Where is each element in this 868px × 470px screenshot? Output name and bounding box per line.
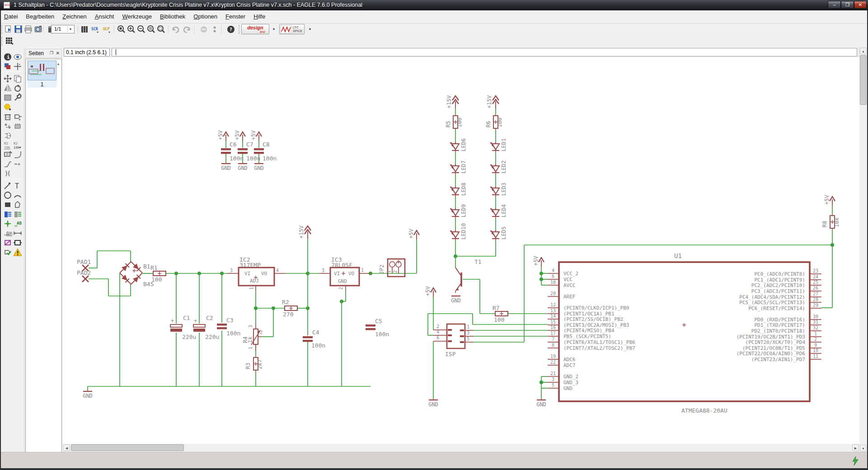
capacitor-C2[interactable] — [193, 324, 205, 327]
tool-erccheck-icon[interactable] — [3, 248, 12, 257]
capacitor-C7[interactable] — [238, 148, 248, 150]
junction-dot[interactable] — [272, 306, 275, 310]
minimize-button[interactable]: – — [828, 1, 841, 9]
led-LED3[interactable] — [492, 188, 499, 194]
close-panel-icon[interactable]: ✕ — [56, 51, 60, 56]
tool-change-icon[interactable] — [13, 93, 22, 102]
float-panel-icon[interactable]: ❐ — [50, 51, 53, 55]
junction-dot[interactable] — [254, 306, 258, 310]
undo-icon[interactable] — [171, 24, 181, 34]
led-LED1[interactable] — [492, 144, 499, 150]
horizontal-scrollbar[interactable]: ◀▶ — [63, 444, 859, 452]
scroll-right-button[interactable]: ▶ — [852, 444, 859, 451]
led-LED8[interactable] — [452, 188, 459, 194]
menu-werkzeuge[interactable]: Werkzeuge — [118, 10, 156, 23]
zoom-redraw-icon[interactable] — [146, 24, 156, 34]
led-LED4[interactable] — [492, 210, 499, 216]
vscroll-thumb[interactable] — [860, 55, 867, 105]
maximize-button[interactable]: ❐ — [841, 1, 854, 9]
tool-mark-icon[interactable]: + — [13, 62, 22, 71]
tool-delete-icon[interactable] — [3, 112, 12, 121]
layers-icon[interactable] — [80, 24, 89, 34]
junction-dot[interactable] — [306, 306, 310, 310]
tool-smash-icon[interactable] — [3, 150, 12, 159]
scroll-down-button[interactable]: ▼ — [860, 445, 867, 451]
tool-display-icon[interactable] — [3, 62, 12, 71]
led-LED6[interactable] — [452, 144, 459, 150]
menu-bearbeiten[interactable]: Bearbeiten — [22, 10, 58, 23]
zoom-in-icon[interactable] — [127, 24, 136, 34]
tool-split-icon[interactable] — [3, 160, 12, 169]
save-icon[interactable] — [14, 24, 23, 34]
traffic-icon[interactable] — [210, 24, 220, 34]
tool-junction-icon[interactable] — [3, 219, 12, 228]
tool-bus-icon[interactable] — [3, 210, 12, 219]
tool-label-icon[interactable]: AB — [13, 219, 22, 228]
tool-text-icon[interactable]: T — [13, 181, 22, 190]
pages-panel-header[interactable]: Seiten ❐ ✕ — [25, 49, 62, 58]
print-icon[interactable] — [23, 24, 33, 34]
scroll-left-button[interactable]: ◀ — [63, 444, 70, 451]
tool-rect-icon[interactable] — [3, 200, 12, 209]
tool-rotate-icon[interactable] — [13, 84, 22, 93]
vertical-scrollbar[interactable]: ▲▼ — [859, 47, 867, 452]
tool-net-icon[interactable] — [13, 210, 22, 219]
zoom-out-icon[interactable] — [136, 24, 146, 34]
page-thumbnail[interactable] — [28, 61, 56, 80]
stop-icon[interactable] — [199, 24, 209, 34]
transistor-collector[interactable] — [455, 268, 461, 276]
led-LED2[interactable] — [492, 166, 499, 172]
tool-move-icon[interactable] — [3, 74, 12, 83]
menu-ansicht[interactable]: Ansicht — [91, 10, 118, 23]
junction-dot[interactable] — [174, 272, 178, 275]
tool-add-icon[interactable]: + — [13, 112, 22, 121]
hscroll-thumb[interactable] — [71, 444, 184, 451]
tool-erc1-icon[interactable] — [3, 238, 12, 247]
tool-miter-icon[interactable] — [13, 150, 22, 159]
capacitor-C4[interactable] — [303, 336, 313, 338]
help-icon[interactable]: ? — [226, 24, 236, 34]
tool-group-icon[interactable] — [3, 93, 12, 102]
tool-attribute-icon[interactable]: AT — [3, 229, 12, 238]
menu-fenster[interactable]: Fenster — [221, 10, 249, 23]
tool-cut-icon[interactable] — [3, 103, 12, 112]
menu-datei[interactable]: Datei — [0, 10, 22, 23]
tool-copy-icon[interactable] — [13, 74, 22, 83]
close-button[interactable]: ✕ — [854, 1, 867, 9]
menu-bibliothek[interactable]: Bibliothek — [156, 10, 189, 23]
zoom-fit-icon[interactable] — [117, 24, 127, 34]
sheet-selector[interactable]: 1/1▼ — [51, 25, 75, 33]
zoom-select-icon[interactable] — [156, 24, 166, 34]
tool-warning-icon[interactable] — [13, 248, 22, 257]
junction-dot[interactable] — [540, 272, 543, 275]
design-link-button[interactable]: designlink — [241, 24, 269, 34]
junction-dot[interactable] — [197, 272, 201, 275]
tool-invoke-icon[interactable]: + — [13, 160, 22, 169]
tool-joint-icon[interactable] — [3, 169, 12, 178]
capacitor-C6[interactable] — [221, 148, 231, 150]
tool-arc-icon[interactable] — [13, 191, 22, 200]
tool-pinswap-icon[interactable] — [3, 122, 12, 131]
capacitor-C1[interactable] — [170, 324, 182, 327]
junction-dot[interactable] — [540, 381, 543, 384]
junction-dot[interactable] — [540, 277, 543, 281]
tool-gateswap-icon[interactable] — [3, 131, 12, 140]
potentiometer-R4[interactable] — [253, 329, 258, 344]
junction-dot[interactable] — [340, 300, 343, 303]
tool-replace-icon[interactable] — [13, 122, 22, 131]
script-icon[interactable]: SCR — [90, 24, 100, 34]
tool-value-icon[interactable]: R210k — [13, 141, 22, 150]
command-input[interactable] — [112, 48, 857, 56]
jumper-JP2[interactable] — [388, 259, 405, 277]
design-link-dropdown[interactable]: ▼ — [270, 25, 277, 33]
tool-wire-icon[interactable] — [3, 181, 12, 190]
led-LED9[interactable] — [452, 210, 459, 216]
open-icon[interactable] — [4, 24, 14, 34]
tool-mirror-icon[interactable] — [3, 84, 12, 93]
ltspice-dropdown[interactable]: ▼ — [306, 25, 314, 33]
junction-dot[interactable] — [306, 272, 310, 275]
tool-erc2-icon[interactable] — [13, 238, 22, 247]
scroll-up-button[interactable]: ▲ — [860, 47, 867, 54]
pages-scroll-up-icon[interactable]: ▲ — [56, 62, 60, 66]
junction-dot[interactable] — [454, 254, 457, 258]
